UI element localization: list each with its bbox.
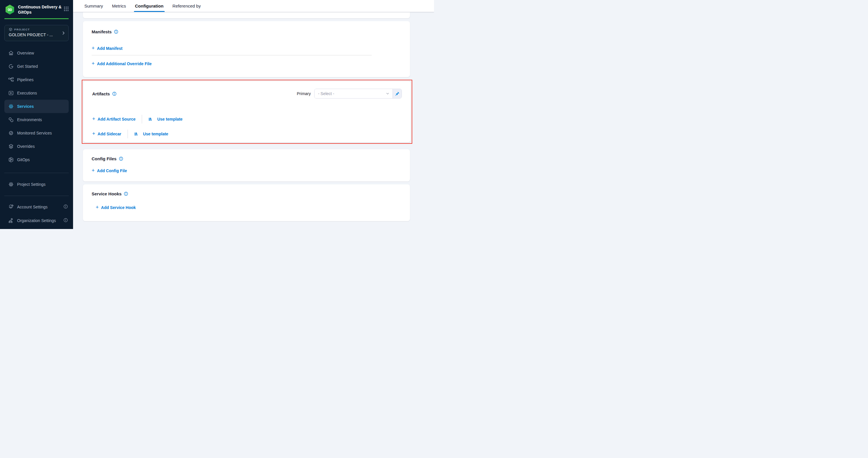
sidebar-item-label: GitOps [17,157,30,162]
info-icon[interactable] [63,204,68,209]
project-selector[interactable]: PROJECT GOLDEN PROJECT - ... [4,25,69,41]
template-library-icon [134,132,138,136]
overrides-icon [8,144,14,149]
configuration-content: Manifests Add Manifest Add Additional Ov… [73,12,434,229]
tab-label: Metrics [112,3,126,8]
sidebar-item-label: Overview [17,51,34,55]
primary-artifact-select[interactable]: - Select - [315,89,393,98]
info-icon[interactable] [119,156,123,161]
get-started-icon [8,63,14,69]
add-artifact-source-button[interactable]: Add Artifact Source [92,117,135,121]
cube-icon [9,28,12,31]
add-config-file-button[interactable]: Add Config File [92,169,127,173]
manifests-divider [92,55,372,55]
plus-icon [92,46,95,50]
config-files-title: Config Files [92,156,117,161]
use-template-artifact-button[interactable]: Use template [149,117,182,121]
previous-section-card-partial [83,12,410,18]
plus-icon [92,169,95,173]
add-additional-override-label: Add Additional Override File [97,61,152,66]
project-selector-label: PROJECT [14,28,30,31]
artifacts-title: Artifacts [92,91,110,96]
sidebar-header: ∞ Continuous Delivery & GitOps [0,0,73,15]
sidebar-item-label: Pipelines [17,78,34,82]
tab-summary[interactable]: Summary [84,0,103,12]
add-sidecar-button[interactable]: Add Sidecar [92,131,121,136]
tab-label: Summary [84,3,103,8]
sidebar-item-overrides[interactable]: Overrides [0,140,73,153]
select-placeholder: - Select - [318,91,334,96]
service-hooks-title: Service Hooks [92,191,122,196]
sidebar-item-services[interactable]: Services [4,100,69,113]
tab-metrics[interactable]: Metrics [111,0,126,12]
info-icon[interactable] [112,92,117,96]
home-icon [8,50,14,56]
add-additional-override-file-button[interactable]: Add Additional Override File [92,61,152,66]
sidebar-item-label: Account Settings [17,205,48,209]
config-files-section: Config Files Add Config File [83,149,410,181]
use-template-label: Use template [157,117,182,121]
manifests-title: Manifests [92,29,112,34]
plus-icon [92,61,95,65]
add-manifest-button[interactable]: Add Manifest [92,46,122,51]
sidebar-nav: Overview Get Started Pipelines [0,47,73,166]
tab-label: Configuration [135,3,163,8]
module-switcher-icon[interactable] [64,6,69,11]
gitops-icon [8,157,14,163]
sidebar-item-monitored-services[interactable]: Monitored Services [0,126,73,140]
services-gear-icon [8,103,14,109]
sidebar-item-project-settings[interactable]: Project Settings [0,178,73,191]
tab-label: Referenced by [173,3,201,8]
plus-icon [92,131,95,136]
plus-icon [92,117,95,121]
sidebar-item-overview[interactable]: Overview [0,47,73,60]
project-name: GOLDEN PROJECT - ... [9,32,62,37]
sidebar-item-executions[interactable]: Executions [0,86,73,100]
plus-icon [96,205,99,209]
sidebar-item-account-settings[interactable]: Account Settings [0,200,73,214]
organization-settings-icon [8,218,14,223]
use-template-sidecar-button[interactable]: Use template [134,131,168,136]
environments-icon [8,117,14,123]
sidebar-item-label: Project Settings [17,182,45,187]
add-service-hook-label: Add Service Hook [101,205,136,210]
chevron-down-icon [385,92,390,96]
use-template-label: Use template [143,131,168,136]
info-icon[interactable] [124,192,128,196]
artifacts-section: Artifacts Primary - Select [84,81,410,142]
pushpin-icon [395,91,400,96]
sidebar-item-label: Overrides [17,144,35,149]
sidebar-item-label: Environments [17,117,42,122]
sidebar-item-pipelines[interactable]: Pipelines [0,73,73,86]
add-service-hook-button[interactable]: Add Service Hook [96,205,136,210]
sidebar-item-label: Executions [17,91,37,95]
sidebar-item-organization-settings[interactable]: Organization Settings [0,214,73,227]
sidebar-item-label: Get Started [17,64,38,69]
app-root: ∞ Continuous Delivery & GitOps [0,0,434,229]
sidebar-item-gitops[interactable]: GitOps [0,153,73,166]
executions-icon [8,90,14,96]
info-icon[interactable] [63,218,68,223]
primary-artifact-label: Primary [297,91,311,96]
add-sidecar-label: Add Sidecar [98,131,122,136]
monitored-services-icon [8,130,14,136]
sidebar-item-label: Services [17,104,34,109]
vertical-divider [142,115,142,123]
add-config-file-label: Add Config File [97,169,127,173]
info-icon[interactable] [114,30,118,34]
module-accent-rule [4,18,69,19]
svg-text:∞: ∞ [7,6,12,13]
sidebar: ∞ Continuous Delivery & GitOps [0,0,73,229]
artifacts-highlight-box: Artifacts Primary - Select [82,80,412,144]
gear-icon [8,181,14,187]
sidebar-item-label: Organization Settings [17,218,56,223]
tab-referenced-by[interactable]: Referenced by [172,0,202,12]
sidebar-item-environments[interactable]: Environments [0,113,73,126]
add-artifact-source-label: Add Artifact Source [98,117,136,121]
tab-configuration[interactable]: Configuration [134,0,164,12]
sidebar-item-get-started[interactable]: Get Started [0,60,73,73]
pin-primary-artifact-button[interactable] [393,89,402,98]
tab-bar: Summary Metrics Configuration Referenced… [73,0,434,12]
template-library-icon [149,117,153,121]
sidebar-item-label: Monitored Services [17,131,52,135]
